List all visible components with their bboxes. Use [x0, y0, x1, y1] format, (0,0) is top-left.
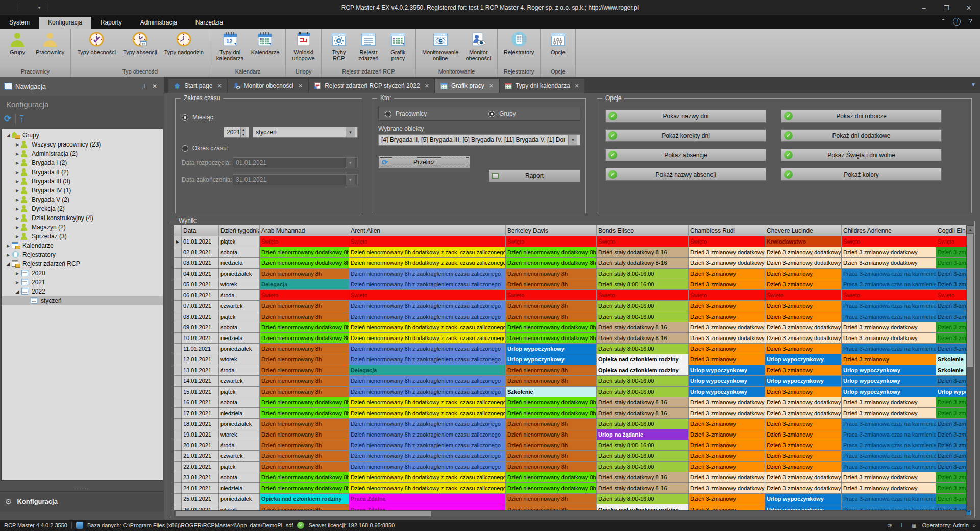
cell-schedule[interactable]: Dzień stały 8:00-16:00 — [597, 387, 689, 397]
maximize-button[interactable]: ❐ — [935, 0, 958, 15]
row-indicator[interactable] — [174, 322, 182, 333]
cell-schedule[interactable]: Urlop wypoczynkowy — [842, 376, 936, 387]
cell-schedule[interactable]: Dzień stały 8:00-16:00 — [597, 462, 689, 472]
cell-schedule[interactable]: Dzień stały 8:00-16:00 — [597, 440, 689, 451]
expander-closed-icon[interactable]: ▶ — [14, 179, 21, 184]
scroll-up-icon[interactable]: ▲ — [967, 226, 974, 233]
row-indicator[interactable] — [174, 472, 182, 483]
cell-schedule[interactable]: Delegacja — [260, 279, 349, 290]
cell-day[interactable]: piątek — [219, 236, 260, 247]
cell-date[interactable]: 16.01.2021 — [182, 397, 219, 408]
tab-grafik-pracy[interactable]: Grafik pracy✕ — [435, 79, 499, 93]
ribbon-button-typy-obecności[interactable]: Typy obecności — [74, 30, 119, 56]
cell-date[interactable]: 06.01.2021 — [182, 290, 219, 301]
expander-closed-icon[interactable]: ▶ — [14, 225, 21, 230]
tree-item-brygada-iii-3-[interactable]: ▶Brygada III (3) — [2, 177, 163, 186]
dropdown-arrow-icon[interactable]: ▼ — [568, 135, 577, 145]
cell-schedule[interactable]: Praca 3-zmianowa czas na karmienie — [842, 311, 936, 322]
cell-date[interactable]: 18.01.2021 — [182, 419, 219, 429]
cell-schedule[interactable]: Dzień stały 8:00-16:00 — [597, 376, 689, 387]
cell-schedule[interactable]: Dzień nienormowany dodatkowy 8h — [506, 397, 597, 408]
cell-schedule[interactable]: Dzień 3-zmianowy dodatkowy — [689, 397, 765, 408]
cell-schedule[interactable]: Dzień 3-zmianowy — [936, 419, 971, 429]
cell-date[interactable]: 10.01.2021 — [182, 333, 219, 344]
start-date-field[interactable]: 01.01.2021 ▼ — [233, 157, 358, 168]
ribbon-button-kalendarze[interactable]: Kalendarze — [248, 30, 283, 56]
tree-item-rejestratory[interactable]: ▶Rejestratory — [2, 250, 163, 259]
tab-close-icon[interactable]: ✕ — [217, 83, 222, 89]
cell-schedule[interactable]: Dzień nienormowany 8h z zaokrągleniem cz… — [349, 354, 506, 365]
ribbon-button-monitor-obecności[interactable]: Monitor obecności — [462, 30, 495, 62]
tree-item-rejestr-zdarzeń-rcp[interactable]: ◢Rejestr zdarzeń RCP — [2, 259, 163, 269]
tree-item-administracja-2-[interactable]: ▶Administracja (2) — [2, 149, 163, 158]
cell-day[interactable]: czwartek — [219, 376, 260, 387]
tree-item-brygada-i-2-[interactable]: ▶Brygada I (2) — [2, 158, 163, 167]
cell-schedule[interactable]: Dzień nienormowany dodatkowy 8h — [260, 322, 349, 333]
ribbon-button-grafik-pracy[interactable]: Grafik pracy — [383, 30, 413, 62]
cell-schedule[interactable]: Dzień 3-zmianowy dodatkowy — [765, 472, 842, 483]
cell-date[interactable]: 05.01.2021 — [182, 279, 219, 290]
cell-schedule[interactable]: Urlop wypoczynkowy — [689, 365, 765, 376]
cell-schedule[interactable]: Dzień nienormowany 8h — [260, 440, 349, 451]
cell-schedule[interactable]: Dzień nienormowany dodatkowy 8h — [506, 483, 597, 494]
cell-day[interactable]: środa — [219, 440, 260, 451]
expander-closed-icon[interactable]: ▶ — [14, 234, 21, 239]
cell-schedule[interactable]: Dzień 3-zmianowy dodatkowy — [689, 258, 765, 269]
cell-day[interactable]: czwartek — [219, 301, 260, 311]
row-indicator[interactable] — [174, 247, 182, 258]
cell-day[interactable]: sobota — [219, 247, 260, 258]
ribbon-button-rejestr-zdarzeń[interactable]: Rejestr zdarzeń — [354, 30, 383, 62]
cell-schedule[interactable]: Dzień stały dodatkowy 8-16 — [597, 247, 689, 258]
selected-objects-dropdown[interactable]: [4] Brygada II, [5] Brygada III, [6] Bry… — [378, 134, 580, 146]
cell-schedule[interactable]: Dzień nienormowany 8h — [260, 462, 349, 472]
tree-item-brygada-iv-1-[interactable]: ▶Brygada IV (1) — [2, 186, 163, 195]
spin-down-icon[interactable]: ▼ — [241, 132, 246, 137]
monitor-icon[interactable]: 🖳 — [886, 522, 894, 529]
cell-schedule[interactable]: Praca 3-zmianowa czas na karmienie — [842, 301, 936, 311]
cell-schedule[interactable]: Dzień nienormowany dodatkowy 8h — [260, 333, 349, 344]
cell-schedule[interactable]: Święto — [765, 290, 842, 301]
cell-schedule[interactable]: Dzień 3-zmianowy — [936, 269, 971, 279]
cell-schedule[interactable]: Dzień nienormowany 8h dodatkowy z zaok. … — [349, 483, 506, 494]
expander-closed-icon[interactable]: ▶ — [14, 170, 21, 175]
radio-pracownicy[interactable] — [385, 111, 391, 117]
expander-closed-icon[interactable]: ▶ — [14, 142, 21, 147]
expander-closed-icon[interactable]: ▶ — [14, 188, 21, 193]
cell-schedule[interactable]: Urlop wypoczynkowy — [936, 387, 971, 397]
cell-schedule[interactable]: Dzień nienormowany dodatkowy 8h — [260, 408, 349, 419]
cell-schedule[interactable]: Dzień stały 8:00-16:00 — [597, 269, 689, 279]
cell-schedule[interactable]: Dzień nienormowany 8h — [506, 279, 597, 290]
cell-schedule[interactable]: Dzień 3-zmianowy dodatkowy — [842, 472, 936, 483]
column-header-bonds-eliseo[interactable]: Bonds Eliseo — [597, 225, 689, 236]
menu-tab-raporty[interactable]: Raporty — [91, 17, 131, 29]
cell-schedule[interactable]: Dzień 3-zmianowy — [689, 462, 765, 472]
toggle-pokaż-nazwy-absencji[interactable]: ✓Pokaż nazwy absencji — [605, 168, 766, 181]
cell-schedule[interactable]: Dzień 3-zmianowy — [936, 462, 971, 472]
row-indicator[interactable] — [174, 462, 182, 472]
cell-date[interactable]: 04.01.2021 — [182, 269, 219, 279]
ribbon-button-rejestratory[interactable]: Rejestratory — [500, 30, 537, 56]
cell-date[interactable]: 14.01.2021 — [182, 376, 219, 387]
cell-date[interactable]: 25.01.2021 — [182, 494, 219, 504]
cell-schedule[interactable]: Dzień 3-zmianowy — [765, 269, 842, 279]
cell-schedule[interactable]: Święto — [689, 236, 765, 247]
cell-schedule[interactable]: Dzień nienormowany 8h z zaokrągleniem cz… — [349, 440, 506, 451]
toggle-pokaż-korekty-dni[interactable]: ✓Pokaż korekty dni — [605, 129, 766, 142]
column-header-arab-muhannad[interactable]: Arab Muhannad — [260, 225, 349, 236]
cell-schedule[interactable]: Dzień 3-zmianowy dodatkowy — [765, 397, 842, 408]
radio-miesiac[interactable] — [182, 114, 188, 121]
cell-schedule[interactable]: Dzień 3-zmianowy — [689, 494, 765, 504]
cell-schedule[interactable]: Dzień stały 8:00-16:00 — [597, 279, 689, 290]
cell-day[interactable]: niedziela — [219, 483, 260, 494]
navigation-bottom-bar[interactable]: ⚙ Konfiguracja — [0, 491, 164, 512]
cell-schedule[interactable]: Dzień 3-zmianowy dodatkowy — [765, 333, 842, 344]
horizontal-scrollbar[interactable] — [174, 510, 966, 517]
expander-open-icon[interactable]: ◢ — [14, 289, 21, 294]
app-logo-icon[interactable] — [4, 2, 15, 13]
cell-schedule[interactable]: Dzień 3-zmianowy dodatkowy — [936, 258, 971, 269]
cell-day[interactable]: niedziela — [219, 258, 260, 269]
cell-schedule[interactable]: Dzień nienormowany 8h — [506, 462, 597, 472]
cell-schedule[interactable]: Opieka nad członkiem rodziny — [260, 494, 349, 504]
column-header-chambless-rudi[interactable]: Chambless Rudi — [689, 225, 765, 236]
cell-schedule[interactable]: Dzień 3-zmianowy dodatkowy — [689, 472, 765, 483]
